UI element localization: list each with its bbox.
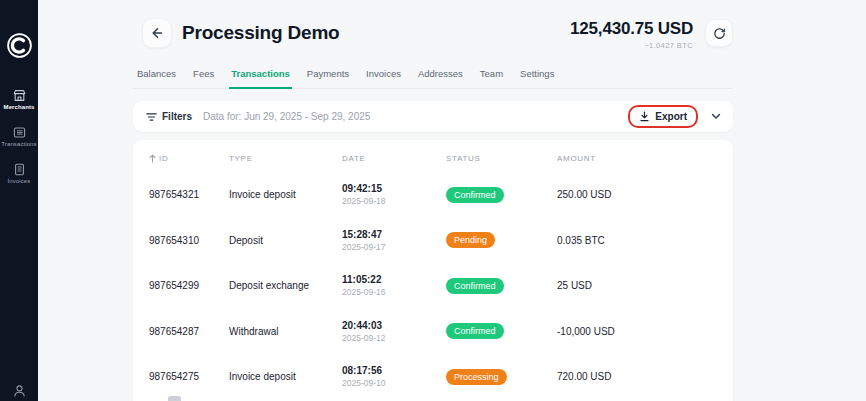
brand-logo[interactable] xyxy=(6,32,33,59)
cell-status: Confirmed xyxy=(446,323,557,339)
cell-time: 08:17:56 xyxy=(342,365,446,376)
status-badge: Confirmed xyxy=(446,323,504,339)
tab-team[interactable]: Team xyxy=(478,63,505,89)
tab-addresses[interactable]: Addresses xyxy=(416,63,465,89)
cell-amount: -10,000 USD xyxy=(557,326,717,337)
cell-id: 987654275 xyxy=(149,371,229,382)
balance-primary: 125,430.75 USD xyxy=(570,19,693,39)
list-icon xyxy=(13,126,26,139)
filter-icon xyxy=(146,112,157,122)
cell-status: Processing xyxy=(446,369,557,385)
export-label: Export xyxy=(655,111,687,122)
date-range-label: Data for: Jun 29, 2025 - Sep 29, 2025 xyxy=(203,111,370,122)
cell-status: Confirmed xyxy=(446,278,557,294)
clipped-bottom-element xyxy=(168,396,181,401)
page-header: Processing Demo 125,430.75 USD ~1.0427 B… xyxy=(133,0,733,50)
cell-id: 987654299 xyxy=(149,280,229,291)
cell-date: 15:28:47 2025-09-17 xyxy=(342,229,446,252)
status-badge: Confirmed xyxy=(446,187,504,203)
table-header-row: IDTYPEDATESTATUSAMOUNT xyxy=(133,144,733,172)
filters-label: Filters xyxy=(162,111,192,122)
cell-type: Invoice deposit xyxy=(229,371,342,382)
download-icon xyxy=(639,111,650,122)
cell-time: 15:28:47 xyxy=(342,229,446,240)
tab-payments[interactable]: Payments xyxy=(305,63,351,89)
cell-id: 987654287 xyxy=(149,326,229,337)
table-row[interactable]: 987654287 Withdrawal 20:44:03 2025-09-12… xyxy=(133,309,733,355)
tab-balances[interactable]: Balances xyxy=(135,63,178,89)
tab-bar: BalancesFeesTransactionsPaymentsInvoices… xyxy=(133,63,733,89)
cell-date: 20:44:03 2025-09-12 xyxy=(342,320,446,343)
tab-invoices[interactable]: Invoices xyxy=(364,63,403,89)
table-body: 987654321 Invoice deposit 09:42:15 2025-… xyxy=(133,172,733,400)
balance-summary: 125,430.75 USD ~1.0427 BTC xyxy=(570,18,693,50)
table-row[interactable]: 987654299 Deposit exchange 11:05:22 2025… xyxy=(133,263,733,309)
arrow-left-icon xyxy=(150,26,164,40)
document-icon xyxy=(13,163,26,176)
back-button[interactable] xyxy=(142,18,172,48)
cell-amount: 720.00 USD xyxy=(557,371,717,382)
table-row[interactable]: 987654310 Deposit 15:28:47 2025-09-17 Pe… xyxy=(133,218,733,264)
status-badge: Confirmed xyxy=(446,278,504,294)
cell-date-sub: 2025-09-12 xyxy=(342,333,446,343)
annotation-highlight-box: Export xyxy=(628,105,698,128)
cell-type: Deposit xyxy=(229,235,342,246)
cell-id: 987654310 xyxy=(149,235,229,246)
cell-amount: 250.00 USD xyxy=(557,189,717,200)
refresh-icon xyxy=(713,27,726,40)
cell-time: 11:05:22 xyxy=(342,274,446,285)
cell-type: Deposit exchange xyxy=(229,280,342,291)
column-header-id[interactable]: ID xyxy=(149,154,229,163)
cell-type: Invoice deposit xyxy=(229,189,342,200)
cell-time: 09:42:15 xyxy=(342,183,446,194)
page-title: Processing Demo xyxy=(182,18,340,48)
cell-date-sub: 2025-09-10 xyxy=(342,378,446,388)
cell-amount: 25 USD xyxy=(557,280,717,291)
sidebar-item-transactions[interactable]: Transactions xyxy=(0,126,38,147)
refresh-button[interactable] xyxy=(705,19,733,47)
cell-id: 987654321 xyxy=(149,189,229,200)
expand-button[interactable] xyxy=(709,111,723,122)
storefront-icon xyxy=(13,89,26,102)
cell-type: Withdrawal xyxy=(229,326,342,337)
filter-bar: Filters Data for: Jun 29, 2025 - Sep 29,… xyxy=(133,101,733,132)
transactions-table: IDTYPEDATESTATUSAMOUNT 987654321 Invoice… xyxy=(133,140,733,401)
column-header-status[interactable]: STATUS xyxy=(446,154,557,163)
balance-secondary: ~1.0427 BTC xyxy=(570,41,693,50)
tab-settings[interactable]: Settings xyxy=(518,63,556,89)
cell-date-sub: 2025-09-18 xyxy=(342,196,446,206)
sort-arrow-up-icon xyxy=(149,154,156,163)
column-header-date[interactable]: DATE xyxy=(342,154,446,163)
sidebar: Merchants Transactions Invoices xyxy=(0,0,38,401)
sidebar-item-invoices[interactable]: Invoices xyxy=(0,163,38,184)
cell-date: 11:05:22 2025-09-16 xyxy=(342,274,446,297)
cell-date: 08:17:56 2025-09-10 xyxy=(342,365,446,388)
cell-date-sub: 2025-09-16 xyxy=(342,287,446,297)
tab-transactions[interactable]: Transactions xyxy=(229,63,292,89)
table-row[interactable]: 987654321 Invoice deposit 09:42:15 2025-… xyxy=(133,172,733,218)
sidebar-item-merchants[interactable]: Merchants xyxy=(0,89,38,110)
status-badge: Pending xyxy=(446,232,495,248)
cell-date-sub: 2025-09-17 xyxy=(342,242,446,252)
cell-date: 09:42:15 2025-09-18 xyxy=(342,183,446,206)
cell-amount: 0.035 BTC xyxy=(557,235,717,246)
sidebar-nav: Merchants Transactions Invoices xyxy=(0,73,38,184)
cell-status: Pending xyxy=(446,232,557,248)
brand-logo-icon xyxy=(6,32,33,59)
chevron-down-icon xyxy=(711,113,721,120)
export-button[interactable]: Export xyxy=(636,109,690,124)
main-content: Processing Demo 125,430.75 USD ~1.0427 B… xyxy=(38,0,866,401)
status-badge: Processing xyxy=(446,369,507,385)
column-header-amount[interactable]: AMOUNT xyxy=(557,154,717,163)
filters-button[interactable]: Filters xyxy=(146,111,192,122)
column-header-type[interactable]: TYPE xyxy=(229,154,342,163)
tab-fees[interactable]: Fees xyxy=(191,63,216,89)
person-icon xyxy=(13,384,26,398)
cell-status: Confirmed xyxy=(446,187,557,203)
profile-button[interactable] xyxy=(0,384,38,398)
table-row[interactable]: 987654275 Invoice deposit 08:17:56 2025-… xyxy=(133,354,733,400)
cell-time: 20:44:03 xyxy=(342,320,446,331)
